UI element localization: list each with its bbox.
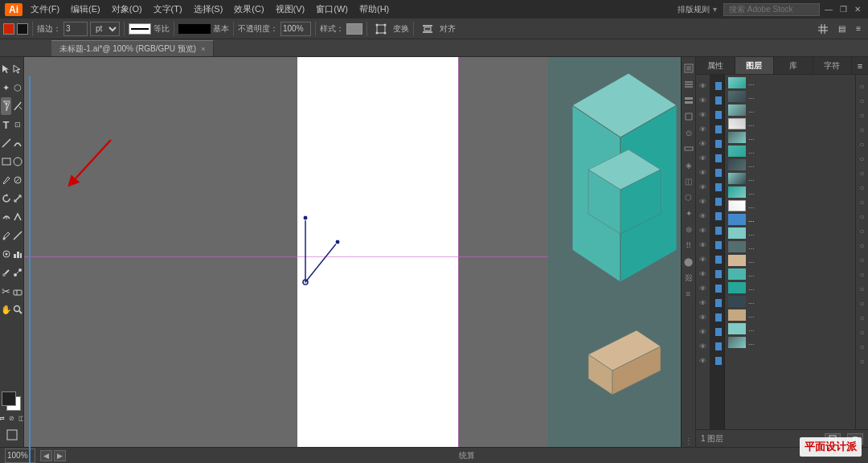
layer-row[interactable]: ... <box>725 281 855 294</box>
canvas-area[interactable] <box>24 57 681 447</box>
blend-tool[interactable] <box>12 264 23 281</box>
pathfinder-icon[interactable]: ⊙ <box>682 126 695 139</box>
magic-wand-tool[interactable]: ✦ <box>1 79 11 96</box>
menu-edit[interactable]: 编辑(E) <box>66 2 105 17</box>
zoom-tool[interactable] <box>12 301 23 318</box>
grid-icon[interactable] <box>814 23 832 35</box>
layer-option-20[interactable]: ○ <box>856 354 869 367</box>
tab-library[interactable]: 库 <box>774 57 813 74</box>
layer-lock-16[interactable] <box>711 297 724 309</box>
close-button[interactable]: ✕ <box>852 4 863 15</box>
scale-tool[interactable] <box>12 190 23 207</box>
menu-view[interactable]: 视图(V) <box>271 2 310 17</box>
stroke-color-swatch[interactable] <box>17 23 28 35</box>
recolor-icon[interactable]: ⬤ <box>682 255 695 268</box>
hand-tool[interactable]: ✋ <box>1 301 11 318</box>
layer-visibility-3[interactable]: 👁 <box>697 109 710 121</box>
lasso-tool[interactable]: ⬡ <box>12 79 23 96</box>
menu-icon[interactable]: ≡ <box>852 23 865 35</box>
symbols-icon[interactable]: ⊛ <box>682 223 695 236</box>
layer-visibility-14[interactable]: 👁 <box>697 268 710 281</box>
area-type-tool[interactable]: ⊡ <box>12 116 23 133</box>
brushes-icon[interactable]: ✦ <box>682 207 695 219</box>
layer-lock-4[interactable] <box>711 123 724 136</box>
layer-lock-11[interactable] <box>711 224 724 237</box>
gradient-panel-icon[interactable]: ◫ <box>682 174 695 187</box>
layer-option-17[interactable]: ○ <box>856 311 869 324</box>
layer-option-19[interactable]: ○ <box>856 340 869 353</box>
type-tool[interactable]: T <box>1 116 11 133</box>
arc-tool[interactable] <box>12 134 23 152</box>
draw-mode-button[interactable] <box>2 426 23 444</box>
arrange-icon[interactable]: ▤ <box>834 23 850 35</box>
layer-visibility-4[interactable]: 👁 <box>697 123 710 136</box>
gradient-icon[interactable]: ◫ <box>18 414 25 422</box>
four-dots-icon[interactable]: ⠿ <box>682 239 695 252</box>
char-styles-icon[interactable]: ≡ <box>682 287 695 300</box>
menu-effect[interactable]: 效果(C) <box>229 2 268 17</box>
layer-visibility-15[interactable]: 👁 <box>697 282 710 295</box>
menu-select[interactable]: 选择(S) <box>189 2 228 17</box>
layer-row[interactable]: ... <box>725 131 855 144</box>
fill-color-swatch[interactable] <box>3 23 14 35</box>
properties-panel-icon[interactable] <box>682 62 695 75</box>
eraser-tool[interactable] <box>12 282 23 300</box>
align-icon[interactable] <box>418 22 437 36</box>
layer-option-3[interactable]: ○ <box>856 109 869 121</box>
stock-search-input[interactable] <box>723 3 820 16</box>
layer-lock-7[interactable] <box>711 166 724 179</box>
opacity-input[interactable] <box>280 22 311 36</box>
layer-lock-19[interactable] <box>711 340 724 353</box>
layer-option-12[interactable]: ○ <box>856 239 869 252</box>
symbol-tool[interactable] <box>1 245 11 263</box>
layer-row[interactable]: ... <box>725 295 855 308</box>
layer-lock-1[interactable] <box>711 80 724 92</box>
tab-properties[interactable]: 属性 <box>696 57 735 74</box>
layer-option-16[interactable]: ○ <box>856 297 869 309</box>
layer-row[interactable]: ... <box>725 227 855 240</box>
select-tool[interactable] <box>1 60 11 78</box>
layer-row[interactable]: ... <box>725 158 855 171</box>
menu-help[interactable]: 帮助(H) <box>354 2 394 17</box>
layer-row[interactable]: ... <box>725 199 855 212</box>
art-brush-tool[interactable] <box>1 264 11 281</box>
layer-visibility-5[interactable]: 👁 <box>697 137 710 150</box>
blob-brush-tool[interactable] <box>12 171 23 189</box>
layer-row[interactable]: ... <box>725 254 855 267</box>
layer-lock-18[interactable] <box>711 326 724 338</box>
layer-option-5[interactable]: ○ <box>856 137 869 150</box>
layer-row[interactable]: ... <box>725 172 855 185</box>
brush-tool[interactable] <box>1 171 11 189</box>
warp-tool[interactable] <box>1 208 11 226</box>
stroke-panel-icon[interactable] <box>682 142 695 155</box>
stroke-unit-select[interactable]: pt px <box>90 22 120 36</box>
arrange-dropdown-icon[interactable]: ▾ <box>713 5 717 14</box>
layer-visibility-7[interactable]: 👁 <box>697 166 710 179</box>
minimize-button[interactable]: — <box>823 4 834 15</box>
layer-row[interactable]: ... <box>725 145 855 158</box>
layer-visibility-19[interactable]: 👁 <box>697 340 710 353</box>
layer-row[interactable]: ... <box>725 322 855 335</box>
align-panel-icon[interactable] <box>682 94 695 107</box>
layer-lock-8[interactable] <box>711 181 724 194</box>
rect-tool[interactable] <box>1 153 11 170</box>
layer-option-2[interactable]: ○ <box>856 94 869 107</box>
fill-none-icon[interactable]: ⊘ <box>8 414 16 422</box>
layer-option-11[interactable]: ○ <box>856 224 869 237</box>
layer-visibility-10[interactable]: 👁 <box>697 210 710 223</box>
layer-lock-2[interactable] <box>711 94 724 107</box>
direct-select-tool[interactable] <box>12 60 23 78</box>
restore-button[interactable]: ❐ <box>837 4 849 15</box>
layer-visibility-2[interactable]: 👁 <box>697 94 710 107</box>
layer-visibility-17[interactable]: 👁 <box>697 311 710 324</box>
layer-row[interactable]: ... <box>725 104 855 117</box>
layer-row[interactable]: ... <box>725 76 855 89</box>
layers-panel-icon[interactable] <box>682 78 695 91</box>
layer-lock-5[interactable] <box>711 137 724 150</box>
rotate-tool[interactable] <box>1 190 11 207</box>
pen-tool[interactable] <box>1 97 11 115</box>
layer-row[interactable]: ... <box>725 268 855 281</box>
menu-window[interactable]: 窗口(W) <box>311 2 353 17</box>
layer-lock-13[interactable] <box>711 253 724 266</box>
foreground-color-box[interactable] <box>2 391 16 406</box>
